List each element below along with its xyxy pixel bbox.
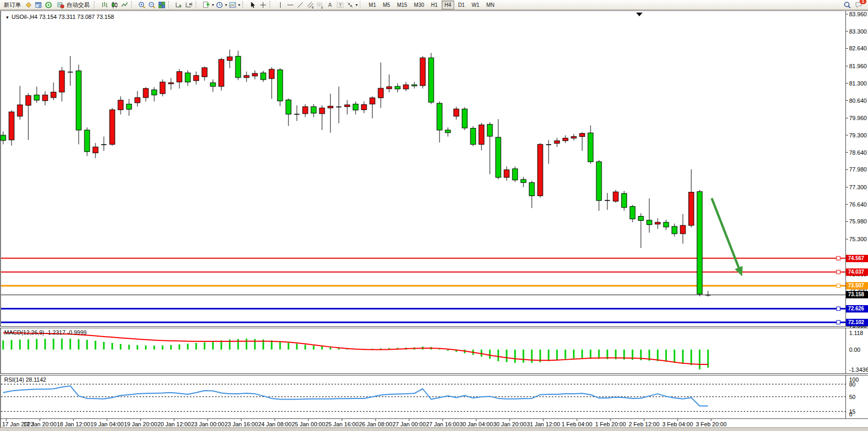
notification-badge: 1 — [860, 0, 866, 4]
data-window-icon[interactable] — [34, 1, 43, 9]
market-watch-icon[interactable] — [24, 1, 33, 9]
periods-icon[interactable] — [215, 1, 224, 9]
toolbar-grip — [270, 1, 273, 8]
main-chart-canvas[interactable] — [1, 11, 845, 326]
autotrading-label: 自动交易 — [67, 1, 90, 9]
bar-chart-type-icon[interactable] — [100, 1, 109, 9]
crosshair-icon[interactable] — [258, 1, 267, 9]
candlestick-chart-type-icon[interactable] — [110, 1, 119, 9]
tf-h1[interactable]: H1 — [428, 1, 441, 9]
toolbar-grip — [360, 1, 363, 8]
tf-w1[interactable]: W1 — [468, 1, 483, 9]
tf-m1[interactable]: M1 — [366, 1, 379, 9]
toolbar-grip — [196, 1, 199, 8]
toolbar-grip — [94, 1, 98, 8]
indicators-dropdown-icon[interactable]: ▾ — [212, 3, 214, 7]
tf-m5[interactable]: M5 — [380, 1, 393, 9]
fibo-letter: F — [321, 6, 323, 8]
toolbar: 新订单 自动交易 — [0, 0, 868, 10]
equidistant-channel-icon[interactable]: E — [305, 1, 315, 9]
price-axis-border — [845, 11, 846, 418]
tf-h4[interactable]: H4 — [442, 1, 455, 9]
tf-d1[interactable]: D1 — [455, 1, 468, 9]
horizontal-line-icon[interactable] — [285, 1, 295, 9]
vertical-line-icon[interactable] — [275, 1, 285, 9]
zoom-in-icon[interactable] — [137, 1, 146, 9]
window-bottom-strip — [0, 427, 868, 431]
tf-m15[interactable]: M15 — [394, 1, 410, 9]
notifications-icon[interactable]: 1 — [854, 1, 863, 9]
strategy-tester-icon[interactable] — [44, 1, 53, 9]
templates-dropdown-icon[interactable]: ▾ — [238, 3, 240, 7]
line-chart-type-icon[interactable] — [120, 1, 129, 9]
auto-scroll-icon[interactable] — [174, 1, 184, 9]
toolbar-grip — [131, 1, 135, 8]
cursor-icon[interactable] — [248, 1, 258, 9]
new-order-button[interactable]: 新订单 — [2, 1, 23, 9]
tf-m30[interactable]: M30 — [411, 1, 427, 9]
svg-text:T: T — [339, 2, 341, 7]
tile-windows-icon[interactable] — [157, 1, 166, 9]
text-label-icon[interactable]: T — [335, 1, 345, 9]
macd-panel-canvas[interactable] — [1, 328, 845, 374]
templates-icon[interactable] — [228, 1, 237, 9]
svg-text:A: A — [328, 2, 331, 8]
time-axis-border — [0, 418, 868, 419]
fibonacci-icon[interactable]: F — [315, 1, 325, 9]
text-icon[interactable]: A — [325, 1, 335, 9]
mt4-window: 新订单 自动交易 — [0, 0, 868, 431]
periods-dropdown-icon[interactable]: ▾ — [225, 3, 227, 7]
toolbar-grip — [168, 1, 172, 8]
indicators-icon[interactable] — [201, 1, 211, 9]
channel-letter: E — [312, 6, 314, 9]
toolbar-grip — [242, 1, 246, 8]
autotrading-icon — [56, 1, 65, 9]
new-order-label: 新订单 — [4, 1, 21, 9]
search-icon[interactable] — [842, 1, 852, 9]
arrows-dropdown-icon[interactable]: ▾ — [356, 3, 358, 7]
autotrading-button[interactable]: 自动交易 — [53, 1, 92, 9]
rsi-panel-canvas[interactable] — [1, 375, 845, 418]
trendline-icon[interactable] — [295, 1, 305, 9]
zoom-out-icon[interactable] — [147, 1, 156, 9]
tf-mn[interactable]: MN — [483, 1, 498, 9]
arrows-tool-icon[interactable] — [345, 1, 355, 9]
chart-shift-icon[interactable] — [184, 1, 194, 9]
